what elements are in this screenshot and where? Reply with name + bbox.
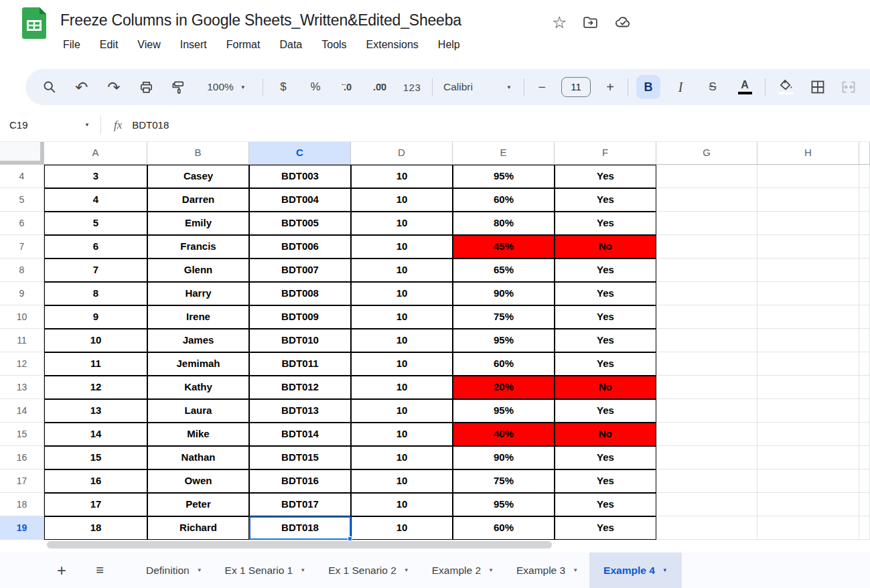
cell-H5[interactable] (757, 188, 859, 212)
cell-E12[interactable]: 60% (453, 352, 555, 376)
document-title[interactable]: Freeze Columns in Google Sheets_Written&… (60, 11, 461, 29)
cell-G5[interactable] (656, 188, 757, 212)
cell-H7[interactable] (757, 235, 859, 259)
chevron-down-icon[interactable]: ▼ (197, 567, 202, 573)
cell-D4[interactable]: 10 (351, 165, 453, 188)
cell-D5[interactable]: 10 (351, 188, 453, 212)
cell-D10[interactable]: 10 (351, 305, 453, 329)
cell-D18[interactable]: 10 (351, 493, 453, 516)
cell-D19[interactable]: 10 (351, 516, 453, 540)
cell-A10[interactable]: 9 (44, 305, 147, 329)
format-percent-button[interactable]: % (299, 74, 332, 100)
row-header-10[interactable]: 10 (0, 305, 44, 329)
cell-F6[interactable]: Yes (555, 212, 656, 235)
cell-C11[interactable]: BDT010 (249, 329, 351, 352)
cell-A15[interactable]: 14 (44, 423, 147, 446)
cell-F10[interactable]: Yes (555, 305, 656, 329)
cell-F19[interactable]: Yes (555, 516, 656, 540)
cell-E5[interactable]: 60% (453, 188, 555, 212)
cell-B10[interactable]: Irene (147, 305, 249, 329)
row-header-5[interactable]: 5 (0, 188, 44, 212)
cell-C4[interactable]: BDT003 (249, 165, 351, 188)
increase-decimal-button[interactable]: .00→ (364, 74, 396, 100)
row-header-4[interactable]: 4 (0, 165, 44, 188)
move-to-folder-icon[interactable] (582, 14, 599, 31)
cell-G16[interactable] (656, 446, 757, 469)
cell-G12[interactable] (656, 352, 757, 376)
cell-E16[interactable]: 90% (453, 446, 555, 469)
row-header-13[interactable]: 13 (0, 376, 44, 399)
cell-D9[interactable]: 10 (351, 282, 453, 305)
cell-E13[interactable]: 20% (453, 376, 555, 399)
cell-H14[interactable] (757, 399, 859, 423)
cell-E18[interactable]: 95% (453, 493, 555, 516)
cell-G10[interactable] (656, 305, 757, 329)
cell-B15[interactable]: Mike (147, 423, 249, 446)
cell-G7[interactable] (656, 235, 757, 259)
cell-E10[interactable]: 75% (453, 305, 555, 329)
menu-extensions[interactable]: Extensions (366, 38, 419, 52)
name-box[interactable]: C19 ▼ (0, 119, 100, 131)
cell-A11[interactable]: 10 (44, 329, 147, 352)
column-header-B[interactable]: B (147, 142, 249, 165)
cell-E17[interactable]: 75% (453, 469, 555, 493)
cell-A7[interactable]: 6 (44, 235, 147, 259)
zoom-control[interactable]: 100% ▼ (194, 81, 259, 93)
print-icon[interactable] (130, 74, 162, 100)
menu-edit[interactable]: Edit (99, 38, 119, 52)
cell-E8[interactable]: 65% (453, 259, 555, 282)
cell-H8[interactable] (757, 259, 859, 282)
menu-file[interactable]: File (62, 38, 81, 52)
cell-E19[interactable]: 60% (453, 516, 555, 540)
sheet-tab-definition[interactable]: Definition▼ (135, 553, 214, 588)
cell-G19[interactable] (656, 516, 757, 540)
search-icon[interactable] (33, 74, 66, 100)
chevron-down-icon[interactable]: ▼ (300, 567, 305, 573)
fill-color-button[interactable] (770, 74, 802, 100)
font-family-control[interactable]: Calibri ▼ (437, 81, 520, 93)
column-header-G[interactable]: G (656, 142, 757, 165)
cell-B9[interactable]: Harry (147, 282, 249, 305)
cell-H15[interactable] (757, 423, 859, 446)
row-header-8[interactable]: 8 (0, 259, 44, 282)
cell-C10[interactable]: BDT009 (249, 305, 351, 329)
cell-C13[interactable]: BDT012 (249, 376, 351, 399)
text-color-button[interactable]: A (729, 74, 761, 100)
chevron-down-icon[interactable]: ▼ (488, 567, 494, 573)
cell-E14[interactable]: 95% (453, 399, 555, 423)
cell-H18[interactable] (757, 493, 859, 516)
star-icon[interactable]: ☆ (552, 13, 567, 31)
row-header-7[interactable]: 7 (0, 235, 44, 259)
freeze-rows-handle[interactable] (0, 161, 44, 164)
more-formats-button[interactable]: 123 (396, 74, 428, 100)
cell-F13[interactable]: No (555, 376, 656, 399)
cell-B12[interactable]: Jemimah (147, 352, 249, 376)
cell-F17[interactable]: Yes (555, 469, 656, 493)
menu-tools[interactable]: Tools (321, 38, 347, 52)
cell-F14[interactable]: Yes (555, 399, 656, 423)
cell-D12[interactable]: 10 (351, 352, 453, 376)
italic-button[interactable]: I (664, 74, 697, 100)
add-sheet-button[interactable]: + (54, 561, 70, 580)
sheet-tab-ex-1-senario-1[interactable]: Ex 1 Senario 1▼ (214, 553, 317, 588)
cell-C18[interactable]: BDT017 (249, 493, 351, 516)
format-currency-button[interactable]: $ (267, 74, 299, 100)
column-header-C[interactable]: C (249, 142, 351, 165)
chevron-down-icon[interactable]: ▼ (573, 567, 578, 573)
column-header-F[interactable]: F (555, 142, 656, 165)
cell-D16[interactable]: 10 (351, 446, 453, 469)
cell-A19[interactable]: 18 (44, 516, 147, 540)
chevron-down-icon[interactable]: ▼ (662, 567, 668, 573)
cell-F7[interactable]: No (555, 235, 656, 259)
cell-D15[interactable]: 10 (351, 423, 453, 446)
cell-C6[interactable]: BDT005 (249, 212, 351, 235)
cell-E11[interactable]: 95% (453, 329, 555, 352)
row-header-14[interactable]: 14 (0, 399, 44, 423)
cell-A14[interactable]: 13 (44, 399, 147, 423)
row-header-19[interactable]: 19 (0, 516, 44, 540)
cell-F9[interactable]: Yes (555, 282, 656, 305)
formula-input[interactable]: BDT018 (132, 119, 169, 131)
cell-G8[interactable] (656, 259, 757, 282)
cell-C15[interactable]: BDT014 (249, 423, 351, 446)
cell-F4[interactable]: Yes (555, 165, 656, 188)
